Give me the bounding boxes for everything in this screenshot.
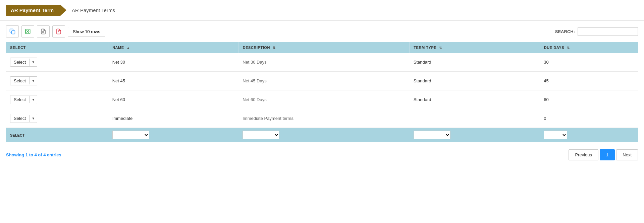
pagination-controls: Previous 1 Next: [569, 149, 638, 160]
showing-end: entries: [46, 152, 61, 157]
sort-desc-icon: ⇅: [273, 46, 276, 50]
main-table: SELECT NAME ▲ DESCRIPTION ⇅ TERM TYPE ⇅ …: [6, 42, 638, 142]
col-name[interactable]: NAME ▲: [108, 42, 239, 53]
footer-due-filter[interactable]: [540, 128, 638, 142]
breadcrumb-bar: AR Payment Term AR Payment Terms: [0, 0, 644, 21]
desc-filter-select[interactable]: [243, 131, 279, 139]
description-cell: Immediate Payment terms: [238, 109, 410, 128]
footer-desc-filter[interactable]: [238, 128, 410, 142]
name-cell: Net 30: [108, 53, 239, 72]
table-header-row: SELECT NAME ▲ DESCRIPTION ⇅ TERM TYPE ⇅ …: [6, 42, 638, 53]
select-main-btn[interactable]: Select: [10, 114, 29, 123]
select-caret-btn[interactable]: ▼: [29, 59, 37, 66]
breadcrumb-tag[interactable]: AR Payment Term: [6, 5, 66, 16]
name-cell: Immediate: [108, 109, 239, 128]
name-cell: Net 45: [108, 72, 239, 90]
toolbar: Show 10 rows SEARCH:: [0, 21, 644, 42]
select-main-btn[interactable]: Select: [10, 95, 29, 104]
table-row: Select ▼ Net 30Net 30 DaysStandard30: [6, 53, 638, 72]
due-days-cell: 0: [540, 109, 638, 128]
col-due-days[interactable]: DUE DAYS ⇅: [540, 42, 638, 53]
due-days-cell: 60: [540, 90, 638, 109]
term-filter-select[interactable]: [414, 131, 450, 139]
description-cell: Net 60 Days: [238, 90, 410, 109]
due-days-cell: 30: [540, 53, 638, 72]
page-1-button[interactable]: 1: [600, 149, 615, 160]
table-row: Select ▼ Net 60Net 60 DaysStandard60: [6, 90, 638, 109]
select-cell[interactable]: Select ▼: [6, 72, 108, 90]
showing-of: of: [37, 152, 44, 157]
footer-term-filter[interactable]: [410, 128, 540, 142]
pdf-button[interactable]: [52, 25, 65, 38]
previous-button[interactable]: Previous: [569, 149, 598, 160]
select-caret-btn[interactable]: ▼: [29, 77, 37, 84]
search-area: SEARCH:: [555, 27, 638, 36]
excel-button[interactable]: [21, 25, 34, 38]
search-input[interactable]: [578, 27, 638, 36]
description-cell: Net 45 Days: [238, 72, 410, 90]
col-description[interactable]: DESCRIPTION ⇅: [238, 42, 410, 53]
select-btn-group[interactable]: Select ▼: [10, 95, 37, 104]
select-cell[interactable]: Select ▼: [6, 53, 108, 72]
select-cell[interactable]: Select ▼: [6, 109, 108, 128]
sort-term-icon: ⇅: [439, 46, 442, 50]
footer-name-filter[interactable]: [108, 128, 239, 142]
footer-filter-row: SELECT: [6, 128, 638, 142]
select-btn-group[interactable]: Select ▼: [10, 76, 37, 85]
select-main-btn[interactable]: Select: [10, 58, 29, 66]
show-rows-button[interactable]: Show 10 rows: [68, 27, 105, 36]
name-cell: Net 60: [108, 90, 239, 109]
sort-due-icon: ⇅: [567, 46, 570, 50]
col-select: SELECT: [6, 42, 108, 53]
select-caret-btn[interactable]: ▼: [29, 115, 37, 122]
select-cell[interactable]: Select ▼: [6, 90, 108, 109]
term-type-cell: [410, 109, 540, 128]
next-button[interactable]: Next: [616, 149, 638, 160]
showing-to: 4: [35, 152, 37, 157]
col-term-type[interactable]: TERM TYPE ⇅: [410, 42, 540, 53]
term-type-cell: Standard: [410, 90, 540, 109]
showing-text: Showing 1 to 4 of 4 entries: [6, 152, 61, 157]
select-caret-btn[interactable]: ▼: [29, 96, 37, 103]
name-filter-select[interactable]: [112, 131, 149, 139]
breadcrumb-title: AR Payment Terms: [72, 7, 115, 13]
table-row: Select ▼ Net 45Net 45 DaysStandard45: [6, 72, 638, 90]
description-cell: Net 30 Days: [238, 53, 410, 72]
due-days-cell: 45: [540, 72, 638, 90]
term-type-cell: Standard: [410, 53, 540, 72]
csv-button[interactable]: [37, 25, 50, 38]
footer-select-label: SELECT: [6, 128, 108, 142]
svg-rect-0: [12, 31, 15, 34]
showing-from: 1: [25, 152, 28, 157]
table-container: SELECT NAME ▲ DESCRIPTION ⇅ TERM TYPE ⇅ …: [0, 42, 644, 142]
select-main-btn[interactable]: Select: [10, 77, 29, 85]
showing-prefix: Showing: [6, 152, 25, 157]
select-btn-group[interactable]: Select ▼: [10, 58, 37, 67]
pagination-bar: Showing 1 to 4 of 4 entries Previous 1 N…: [0, 145, 644, 165]
due-filter-select[interactable]: [544, 131, 567, 139]
copy-button[interactable]: [6, 25, 19, 38]
sort-name-icon: ▲: [126, 46, 130, 50]
search-label: SEARCH:: [555, 29, 575, 34]
table-row: Select ▼ ImmediateImmediate Payment term…: [6, 109, 638, 128]
select-btn-group[interactable]: Select ▼: [10, 114, 37, 123]
term-type-cell: Standard: [410, 72, 540, 90]
showing-middle: to: [28, 152, 35, 157]
